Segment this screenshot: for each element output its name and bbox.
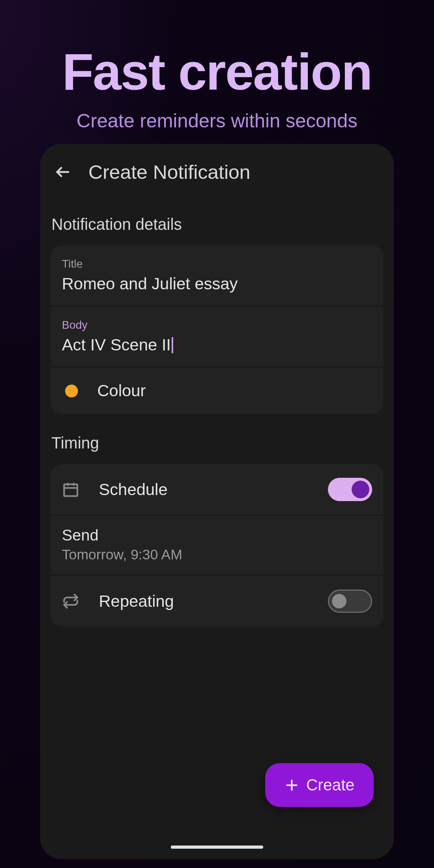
repeating-toggle[interactable] <box>328 590 372 613</box>
send-value: Tomorrow, 9:30 AM <box>62 547 372 563</box>
repeating-label: Repeating <box>99 592 309 611</box>
section-label-details: Notification details <box>51 215 383 233</box>
send-row[interactable]: Send Tomorrow, 9:30 AM <box>51 516 383 576</box>
create-button[interactable]: Create <box>265 763 374 807</box>
colour-swatch <box>65 385 78 397</box>
colour-label: Colour <box>97 381 372 400</box>
body-field[interactable]: Body Act IV Scene II <box>51 307 383 368</box>
hero-title: Fast creation <box>0 46 434 98</box>
colour-row[interactable]: Colour <box>51 368 383 414</box>
create-label: Create <box>306 776 354 794</box>
repeat-icon <box>62 592 80 610</box>
details-card: Title Romeo and Juliet essay Body Act IV… <box>51 246 383 414</box>
svg-rect-1 <box>64 484 78 496</box>
repeating-row[interactable]: Repeating <box>51 576 383 626</box>
back-icon[interactable] <box>53 162 72 182</box>
calendar-icon <box>62 481 80 498</box>
schedule-row[interactable]: Schedule <box>51 464 383 516</box>
send-label: Send <box>62 526 372 544</box>
home-indicator[interactable] <box>171 845 263 849</box>
title-value: Romeo and Juliet essay <box>62 274 238 293</box>
title-label: Title <box>62 258 372 270</box>
body-value: Act IV Scene II <box>62 336 173 354</box>
app-screen: Create Notification Notification details… <box>40 144 394 859</box>
app-header: Create Notification <box>51 157 383 195</box>
timing-card: Schedule Send Tomorrow, 9:30 AM Repeatin… <box>51 464 383 626</box>
page-title: Create Notification <box>88 161 250 183</box>
title-field[interactable]: Title Romeo and Juliet essay <box>51 246 383 307</box>
section-label-timing: Timing <box>51 434 383 452</box>
schedule-toggle[interactable] <box>328 478 372 501</box>
text-cursor <box>172 337 173 353</box>
hero-subtitle: Create reminders within seconds <box>0 110 434 132</box>
body-label: Body <box>62 319 372 332</box>
schedule-label: Schedule <box>99 480 309 499</box>
plus-icon <box>285 778 299 792</box>
